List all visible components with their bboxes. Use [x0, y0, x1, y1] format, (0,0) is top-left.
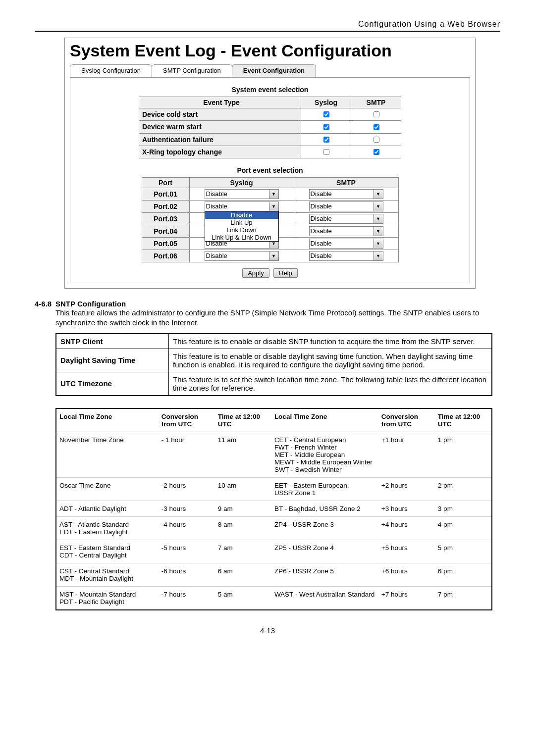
- port-name: Port.03: [142, 213, 189, 225]
- tz-cell: 7 pm: [435, 586, 492, 610]
- syslog-checkbox[interactable]: [323, 111, 329, 117]
- syslog-checkbox[interactable]: [323, 124, 329, 130]
- port-name: Port.04: [142, 225, 189, 238]
- page-header: Configuration Using a Web Browser: [35, 20, 500, 32]
- system-event-table: Event Type Syslog SMTP Device cold start…: [139, 97, 401, 158]
- tz-cell: CST - Central StandardMDT - Mountain Day…: [56, 563, 159, 586]
- sntp-definitions-table: SNTP ClientThis feature is to enable or …: [55, 333, 492, 396]
- chevron-down-icon: ▼: [374, 202, 383, 211]
- tz-cell: WAST - West Australian Standard: [271, 586, 378, 610]
- port-row: Port.01Disable▼Disable▼: [142, 188, 398, 201]
- tz-cell: BT - Baghdad, USSR Zone 2: [271, 501, 378, 516]
- tz-cell: ZP5 - USSR Zone 4: [271, 540, 378, 563]
- th-event-type: Event Type: [139, 97, 301, 108]
- syslog-checkbox[interactable]: [323, 149, 329, 155]
- tz-cell: +1 hour: [378, 432, 435, 477]
- def-desc: This feature is to enable or disable SNT…: [169, 334, 492, 349]
- tz-cell: 9 am: [215, 501, 271, 516]
- port-syslog-select[interactable]: Disable▼: [205, 202, 279, 211]
- apply-button[interactable]: Apply: [242, 268, 269, 278]
- chevron-down-icon: ▼: [374, 214, 383, 223]
- tz-row: EST - Eastern StandardCDT - Central Dayl…: [56, 540, 492, 563]
- tz-cell: MST - Mountain StandardPDT - Pacific Day…: [56, 586, 159, 610]
- tz-row: ADT - Atlantic Daylight-3 hours9 amBT - …: [56, 501, 492, 516]
- sntp-intro: This feature allows the administrator to…: [55, 308, 500, 328]
- port-name: Port.06: [142, 250, 189, 262]
- tz-cell: November Time Zone: [56, 432, 159, 477]
- port-smtp-select[interactable]: Disable▼: [309, 226, 383, 236]
- port-smtp-select[interactable]: Disable▼: [309, 202, 383, 211]
- tz-cell: 6 pm: [435, 563, 492, 586]
- tz-header: Time at 12:00UTC: [435, 408, 492, 432]
- tz-cell: ADT - Atlantic Daylight: [56, 501, 159, 516]
- tz-cell: ZP4 - USSR Zone 3: [271, 516, 378, 540]
- tz-cell: +2 hours: [378, 477, 435, 501]
- tz-cell: -3 hours: [159, 501, 215, 516]
- tz-header: Local Time Zone: [271, 408, 378, 432]
- tz-cell: +3 hours: [378, 501, 435, 516]
- event-row-label: Device cold start: [139, 108, 301, 121]
- page-title: System Event Log - Event Configuration: [70, 41, 475, 60]
- tz-cell: 3 pm: [435, 501, 492, 516]
- tz-cell: -6 hours: [159, 563, 215, 586]
- tz-row: AST - Atlantic StandardEDT - Eastern Day…: [56, 516, 492, 540]
- tz-row: Oscar Time Zone-2 hours10 amEET - Easter…: [56, 477, 492, 501]
- tz-header: Conversionfrom UTC: [159, 408, 215, 432]
- tab-event[interactable]: Event Configuration: [232, 64, 316, 77]
- smtp-checkbox[interactable]: [374, 111, 379, 117]
- tz-cell: -5 hours: [159, 540, 215, 563]
- port-smtp-select[interactable]: Disable▼: [309, 251, 383, 261]
- tz-cell: Oscar Time Zone: [56, 477, 159, 501]
- port-syslog-select[interactable]: Disable▼: [205, 251, 279, 261]
- chevron-down-icon: ▼: [269, 252, 278, 260]
- dropdown-option[interactable]: Link Down: [205, 226, 278, 234]
- tz-cell: AST - Atlantic StandardEDT - Eastern Day…: [56, 516, 159, 540]
- tz-cell: +7 hours: [378, 586, 435, 610]
- port-smtp-select[interactable]: Disable▼: [309, 214, 383, 224]
- tz-cell: - 1 hour: [159, 432, 215, 477]
- def-term: UTC Timezone: [56, 372, 169, 396]
- chevron-down-icon: ▼: [374, 239, 383, 248]
- tz-cell: 1 pm: [435, 432, 492, 477]
- tz-row: MST - Mountain StandardPDT - Pacific Day…: [56, 586, 492, 610]
- th-port-smtp: SMTP: [294, 178, 398, 188]
- port-syslog-select[interactable]: Disable▼: [205, 189, 279, 199]
- dropdown-option[interactable]: Link Up & Link Down: [205, 234, 278, 241]
- def-desc: This feature is to enable or disable day…: [169, 349, 492, 372]
- tz-cell: 4 pm: [435, 516, 492, 540]
- tz-header: Time at 12:00UTC: [215, 408, 271, 432]
- port-smtp-select[interactable]: Disable▼: [309, 189, 383, 199]
- tab-smtp[interactable]: SMTP Configuration: [152, 64, 232, 77]
- syslog-checkbox[interactable]: [323, 137, 329, 143]
- def-desc: This feature is to set the switch locati…: [169, 372, 492, 396]
- smtp-checkbox[interactable]: [374, 149, 379, 155]
- dropdown-option[interactable]: Disable: [205, 211, 278, 219]
- tz-cell: 6 am: [215, 563, 271, 586]
- syslog-dropdown-list[interactable]: DisableLink UpLink DownLink Up & Link Do…: [205, 211, 279, 242]
- tz-cell: +5 hours: [378, 540, 435, 563]
- help-button[interactable]: Help: [273, 268, 298, 278]
- dropdown-option[interactable]: Link Up: [205, 219, 278, 226]
- chevron-down-icon: ▼: [374, 252, 383, 260]
- th-smtp: SMTP: [351, 97, 401, 108]
- tz-row: CST - Central StandardMDT - Mountain Day…: [56, 563, 492, 586]
- def-term: SNTP Client: [56, 334, 169, 349]
- smtp-checkbox[interactable]: [374, 137, 379, 143]
- system-event-title: System event selection: [80, 86, 460, 94]
- tz-cell: CET - Central EuropeanFWT - French Winte…: [271, 432, 378, 477]
- port-event-table: Port Syslog SMTP Port.01Disable▼Disable▼…: [142, 177, 399, 262]
- smtp-checkbox[interactable]: [374, 124, 379, 130]
- page-number: 4-13: [35, 626, 500, 635]
- chevron-down-icon: ▼: [374, 190, 383, 199]
- event-row-label: Authentication failure: [139, 133, 301, 146]
- section-title: SNTP Configuration: [55, 300, 126, 308]
- tz-cell: 5 am: [215, 586, 271, 610]
- tab-syslog[interactable]: Syslog Configuration: [70, 64, 152, 77]
- tz-cell: ZP6 - USSR Zone 5: [271, 563, 378, 586]
- event-row-label: Device warm start: [139, 121, 301, 133]
- port-name: Port.01: [142, 188, 189, 201]
- tz-cell: EET - Eastern European,USSR Zone 1: [271, 477, 378, 501]
- tz-cell: -4 hours: [159, 516, 215, 540]
- port-smtp-select[interactable]: Disable▼: [309, 239, 383, 249]
- port-row: Port.06Disable▼Disable▼: [142, 250, 398, 262]
